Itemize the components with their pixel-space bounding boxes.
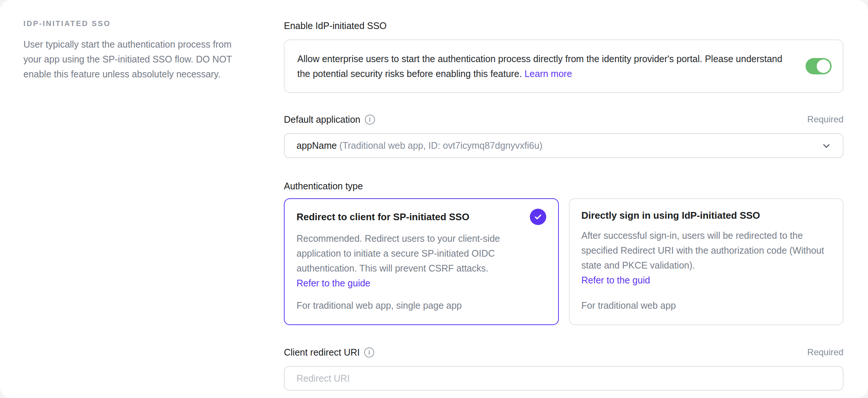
info-icon[interactable]: i xyxy=(365,115,375,125)
option-title-row: Directly sign in using IdP-initiated SSO xyxy=(582,209,831,222)
option-description-text: After successful sign-in, users will be … xyxy=(582,230,824,270)
settings-panel: IDP-INITIATED SSO User typically start t… xyxy=(0,0,868,398)
auth-type-label: Authentication type xyxy=(284,180,363,192)
auth-type-option[interactable]: Directly sign in using IdP-initiated SSO… xyxy=(569,198,844,325)
option-title: Redirect to client for SP-initiated SSO xyxy=(297,210,469,224)
enable-sso-label-row: Enable IdP-initiated SSO xyxy=(284,19,843,32)
auth-type-options: Redirect to client for SP-initiated SSO … xyxy=(284,198,843,325)
info-icon[interactable]: i xyxy=(364,347,374,357)
auth-type-option[interactable]: Redirect to client for SP-initiated SSO … xyxy=(284,198,559,325)
option-guide-link[interactable]: Refer to the guid xyxy=(582,273,650,288)
chevron-down-icon xyxy=(820,140,832,152)
enable-sso-label: Enable IdP-initiated SSO xyxy=(284,19,387,32)
option-description-text: Recommended. Redirect users to your clie… xyxy=(297,233,500,273)
auth-type-label-row: Authentication type xyxy=(284,180,843,192)
sidebar: IDP-INITIATED SSO User typically start t… xyxy=(0,0,284,398)
required-badge: Required xyxy=(807,114,843,125)
option-title-row: Redirect to client for SP-initiated SSO xyxy=(297,209,546,225)
default-app-select[interactable]: appName (Traditional web app, ID: ovt7ic… xyxy=(284,133,843,158)
main-form: Enable IdP-initiated SSO Allow enterpris… xyxy=(284,0,868,398)
section-label: IDP-INITIATED SSO xyxy=(23,19,247,28)
toggle-knob xyxy=(817,60,830,73)
option-footnote: For traditional web app, single page app xyxy=(297,299,546,312)
check-icon xyxy=(530,209,546,225)
required-badge: Required xyxy=(807,347,843,357)
option-description: Recommended. Redirect users to your clie… xyxy=(297,231,546,291)
option-guide-link[interactable]: Refer to the guide xyxy=(297,276,370,291)
default-app-label-row: Default application i Required xyxy=(284,113,843,126)
redirect-uri-input[interactable] xyxy=(284,366,843,391)
option-title: Directly sign in using IdP-initiated SSO xyxy=(582,209,760,222)
app-select-value-detail: (Traditional web app, ID: ovt7icymq87dgn… xyxy=(337,140,542,151)
default-app-label: Default application xyxy=(284,113,360,126)
enable-sso-description: Allow enterprise users to start the auth… xyxy=(297,51,797,81)
learn-more-link[interactable]: Learn more xyxy=(524,68,572,79)
client-redirect-uri-label-row: Client redirect URI i Required xyxy=(284,346,843,359)
option-footnote: For traditional web app xyxy=(582,299,831,312)
section-description: User typically start the authentication … xyxy=(23,37,246,81)
app-select-value-name: appName xyxy=(297,140,337,151)
enable-sso-card: Allow enterprise users to start the auth… xyxy=(284,39,843,93)
client-redirect-uri-label: Client redirect URI xyxy=(284,346,360,359)
enable-sso-toggle[interactable] xyxy=(806,58,832,74)
option-description: After successful sign-in, users will be … xyxy=(582,228,831,288)
